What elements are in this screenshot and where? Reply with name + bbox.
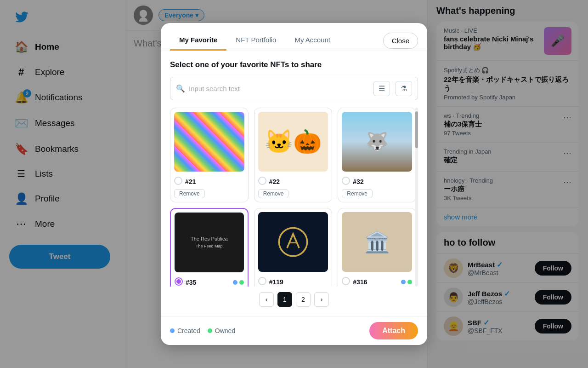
nft-remove-32[interactable]: Remove [342,189,373,198]
nft-radio-22[interactable] [258,177,266,185]
nft-image-32: 🐺 [342,112,412,172]
nft-remove-21[interactable]: Remove [174,189,205,198]
nft-number-21: #21 [185,178,196,185]
nft-grid: #21 Remove 🐱🎃 #22 Remove [170,108,418,287]
filter-button[interactable]: ⚗ [396,81,412,96]
legend-created-label: Created [177,327,200,334]
prev-page-button[interactable]: ‹ [259,292,274,307]
nft-modal: My Favorite NFT Portfolio My Account Clo… [161,23,427,345]
nft-number-35: #35 [186,279,196,286]
nft-image-35: The Res PublicaThe Feed Map [175,213,244,272]
modal-title: Select one of your favorite NFTs to shar… [170,60,418,69]
page-2-button[interactable]: 2 [296,292,311,307]
next-page-button[interactable]: › [314,292,329,307]
nft-35-dots [233,280,244,285]
nft-remove-22[interactable]: Remove [258,189,289,198]
legend-created: Created [170,327,200,334]
nft-radio-21[interactable] [174,177,182,185]
nft-card-316[interactable]: 🏛️ #316 [338,208,416,287]
gold-nft-art [258,212,328,272]
cat-nft-art: 🐱🎃 [258,112,328,172]
nft-image-21 [174,112,244,172]
nft-grid-wrapper: #21 Remove 🐱🎃 #22 Remove [170,108,418,287]
nft-radio-316[interactable] [342,277,350,285]
modal-footer: Created Owned Attach [161,316,427,345]
search-bar: 🔍 ☰ ⚗ [170,77,418,100]
modal-body: Select one of your favorite NFTs to shar… [161,51,427,316]
nft-card-32[interactable]: 🐺 #32 Remove [338,108,416,202]
legend-owned: Owned [208,327,235,334]
close-button[interactable]: Close [383,33,418,49]
tab-my-account[interactable]: My Account [285,30,339,51]
nft-image-316: 🏛️ [342,212,412,272]
nft-radio-119[interactable] [258,277,266,285]
nft-number-119: #119 [269,278,283,286]
dot-green-35 [239,280,244,285]
legend-owned-dot [208,328,212,333]
search-icon: 🔍 [176,84,185,93]
dot-green-316 [407,280,412,284]
nft-image-22: 🐱🎃 [258,112,328,172]
scrollbar-thumb[interactable] [415,111,418,148]
legend-owned-label: Owned [215,327,235,334]
dot-blue-316 [401,280,406,284]
nft-number-22: #22 [269,178,280,185]
attach-button[interactable]: Attach [369,322,418,339]
nft-number-32: #32 [353,178,363,185]
wolf-nft-art: 🐺 [342,112,412,172]
search-input[interactable] [189,85,368,92]
nft-316-dots [401,280,412,284]
colorful-nft-art [174,112,244,172]
nft-number-316: #316 [353,278,367,286]
list-view-button[interactable]: ☰ [373,81,390,96]
nft-card-119[interactable]: #119 Remove [254,208,333,287]
pagination: ‹ 1 2 › [170,292,418,307]
nft-image-119 [258,212,328,272]
modal-tabs: My Favorite NFT Portfolio My Account Clo… [161,23,427,51]
radio-inner-35 [176,279,181,284]
legend-created-dot [170,328,175,333]
nft-card-22[interactable]: 🐱🎃 #22 Remove [254,108,333,202]
nft-radio-35[interactable] [175,277,183,286]
dot-blue-35 [233,280,237,285]
nft-radio-32[interactable] [342,177,350,185]
black-nft-art: The Res PublicaThe Feed Map [175,213,244,272]
bust-nft-art: 🏛️ [342,212,412,272]
page-1-button[interactable]: 1 [277,292,292,307]
legend: Created Owned [170,327,235,334]
tab-nft-portfolio[interactable]: NFT Portfolio [226,30,285,51]
scrollbar-track[interactable] [415,108,418,287]
modal-overlay[interactable]: My Favorite NFT Portfolio My Account Clo… [0,0,588,368]
nft-card-21[interactable]: #21 Remove [170,108,249,202]
tab-my-favorite[interactable]: My Favorite [170,30,226,51]
nft-card-35[interactable]: The Res PublicaThe Feed Map #35 [170,208,249,287]
